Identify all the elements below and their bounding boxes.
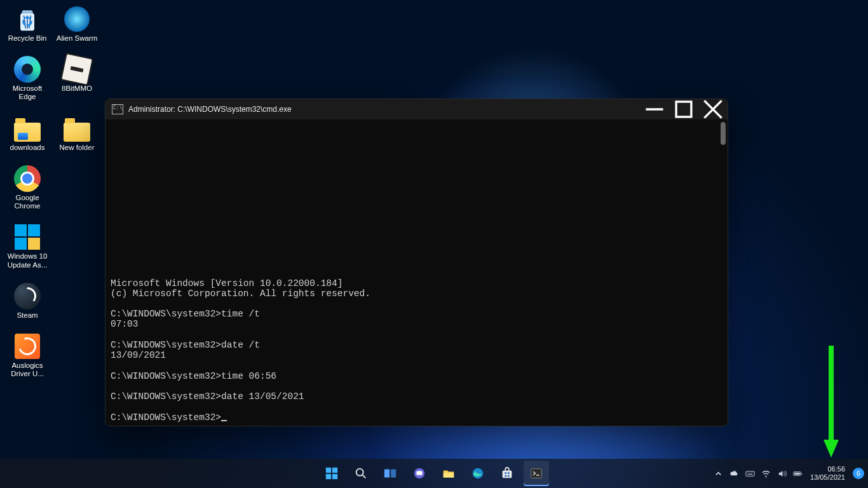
clock-date: 13/05/2021	[810, 473, 845, 482]
edge-button[interactable]	[465, 461, 491, 486]
onedrive-icon[interactable]	[729, 469, 739, 478]
svg-rect-16	[508, 472, 510, 474]
folder-icon	[63, 114, 91, 142]
volume-icon[interactable]	[777, 469, 787, 478]
desktop-icon-label: Steam	[4, 311, 51, 320]
scrollbar-thumb[interactable]	[721, 122, 726, 145]
taskbar-pinned-apps	[319, 461, 549, 486]
svg-rect-11	[416, 471, 422, 475]
svg-rect-9	[391, 470, 396, 478]
battery-icon[interactable]	[793, 469, 803, 478]
microsoft-store-button[interactable]	[494, 461, 520, 486]
keyboard-icon[interactable]	[745, 469, 755, 478]
desktop-icon-downloads[interactable]: downloads	[4, 113, 51, 152]
desktop-icon-label: Recycle Bin	[4, 34, 51, 43]
svg-rect-14	[503, 470, 512, 478]
desktop-icon-steam[interactable]: Steam	[4, 281, 51, 320]
svg-point-21	[766, 476, 767, 477]
task-view-button[interactable]	[377, 461, 403, 486]
windows-logo-icon	[13, 223, 41, 251]
window-titlebar[interactable]: Administrator: C:\WINDOWS\system32\cmd.e…	[105, 99, 728, 119]
desktop-icon-label: downloads	[4, 144, 51, 152]
window-title: Administrator: C:\WINDOWS\system32\cmd.e…	[128, 105, 640, 114]
svg-rect-12	[444, 473, 454, 477]
desktop-icon-alien-swarm[interactable]: Alien Swarm	[53, 4, 100, 43]
svg-rect-3	[326, 468, 331, 473]
svg-rect-15	[505, 472, 506, 474]
svg-rect-6	[332, 474, 337, 479]
svg-rect-17	[505, 475, 506, 477]
clock[interactable]: 06:56 13/05/2021	[809, 465, 846, 481]
alien-swarm-icon	[63, 5, 91, 33]
desktop-icon-label: Alien Swarm	[53, 34, 100, 43]
desktop-icon-new-folder[interactable]: New folder	[53, 113, 100, 152]
clock-time: 06:56	[810, 465, 845, 473]
desktop-icon-windows10-update-assistant[interactable]: Windows 10 Update As...	[4, 222, 51, 269]
desktop-icon-google-chrome[interactable]: Google Chrome	[4, 163, 51, 210]
desktop-icon-recycle-bin[interactable]: Recycle Bin	[4, 4, 51, 43]
svg-rect-24	[794, 473, 799, 475]
chat-button[interactable]	[407, 461, 432, 486]
svg-rect-8	[384, 470, 390, 478]
desktop-icon-label: 8BitMMO	[53, 85, 100, 93]
svg-rect-5	[326, 474, 331, 479]
terminal-cursor	[221, 420, 227, 421]
desktop-icon-auslogics-driver-updater[interactable]: Auslogics Driver U...	[4, 331, 51, 378]
notification-count: 6	[857, 470, 860, 477]
auslogics-icon	[13, 332, 41, 360]
folder-icon	[13, 114, 41, 142]
taskbar: 06:56 13/05/2021 6	[0, 459, 868, 488]
svg-rect-18	[508, 475, 510, 477]
command-prompt-window[interactable]: Administrator: C:\WINDOWS\system32\cmd.e…	[105, 98, 728, 426]
desktop-icons: Recycle Bin Alien Swarm Microsoft Edge 8…	[0, 0, 104, 393]
steam-icon	[13, 282, 41, 310]
desktop-icon-label: Google Chrome	[4, 194, 51, 210]
chrome-icon	[13, 165, 41, 193]
close-button[interactable]	[698, 99, 728, 119]
notification-center-badge[interactable]: 6	[853, 468, 864, 479]
edge-icon	[13, 55, 41, 83]
maximize-button[interactable]	[669, 99, 698, 119]
desktop-icon-microsoft-edge[interactable]: Microsoft Edge	[4, 54, 51, 101]
file-explorer-button[interactable]	[436, 461, 461, 486]
terminal-prompt: C:\WINDOWS\system32>	[111, 412, 221, 423]
system-tray: 06:56 13/05/2021 6	[714, 465, 864, 481]
svg-rect-19	[531, 469, 542, 478]
desktop-icon-label: Auslogics Driver U...	[4, 362, 51, 378]
desktop-icon-8bitmmo[interactable]: 8BitMMO	[53, 54, 100, 101]
wifi-icon[interactable]	[761, 469, 771, 478]
cmd-app-icon	[112, 104, 123, 114]
minimize-button[interactable]	[640, 99, 669, 119]
start-button[interactable]	[319, 461, 344, 486]
8bitmmo-icon	[63, 55, 91, 83]
window-controls	[640, 99, 728, 119]
svg-rect-2	[676, 102, 691, 117]
desktop-icon-label: Microsoft Edge	[4, 85, 51, 101]
command-prompt-button[interactable]	[524, 461, 549, 486]
tray-overflow-icon[interactable]	[714, 469, 723, 478]
recycle-bin-icon	[13, 5, 41, 33]
svg-point-7	[356, 469, 363, 476]
search-button[interactable]	[348, 461, 374, 486]
svg-rect-23	[801, 473, 802, 474]
desktop-icon-label: New folder	[53, 144, 100, 152]
desktop-icon-label: Windows 10 Update As...	[4, 252, 51, 269]
svg-rect-4	[332, 468, 337, 473]
terminal-output[interactable]: Microsoft Windows [Version 10.0.22000.18…	[105, 119, 728, 426]
svg-rect-20	[746, 471, 754, 476]
